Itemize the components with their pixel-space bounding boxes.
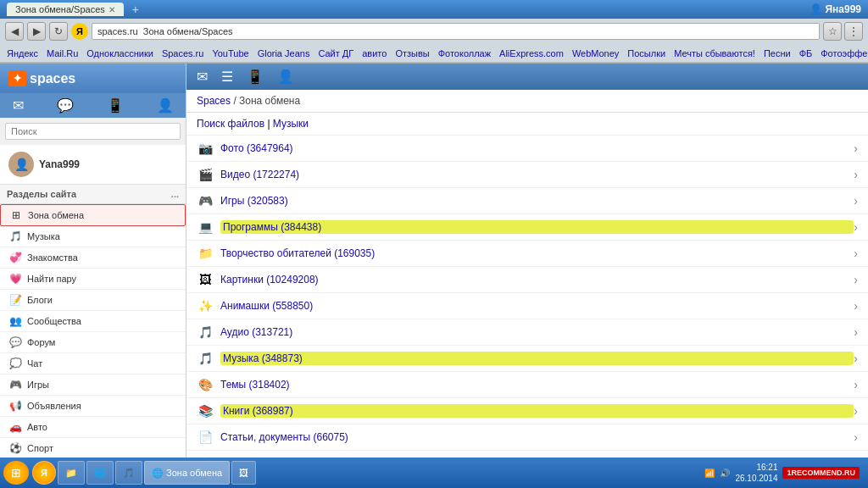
nav-menu-item[interactable]: 📢Объявления	[0, 396, 186, 417]
nav-menu-item[interactable]: 💞Знакомства	[0, 247, 186, 269]
bookmark-mailru[interactable]: Mail.Ru	[47, 48, 78, 58]
bookmark-aliexpresscom[interactable]: AliExpress.com	[499, 48, 564, 58]
cat-arrow-icon: ›	[854, 404, 858, 418]
cat-name: Видео (1722274)	[220, 169, 854, 180]
username-label: Yana999	[39, 158, 80, 170]
breadcrumb-sep: /	[233, 95, 236, 107]
taskbar-winamp[interactable]: 🎵	[115, 461, 142, 485]
nav-item-icon: ⊞	[9, 208, 23, 222]
nav-menu-item[interactable]: 🚗Авто	[0, 417, 186, 438]
category-item[interactable]: 🎬Видео (1722274)›	[186, 162, 868, 188]
refresh-button[interactable]: ↻	[49, 22, 68, 41]
category-item[interactable]: 🎵Музыка (348873)›	[186, 346, 868, 372]
tab-title: Зона обмена/Spaces	[15, 4, 105, 14]
category-item[interactable]: ✨Анимашки (558850)›	[186, 293, 868, 319]
search-input[interactable]	[5, 123, 181, 140]
user-icon[interactable]: 👤	[157, 97, 174, 114]
category-item[interactable]: 🖼Картинки (10249208)›	[186, 267, 868, 293]
nav-item-label: Игры	[27, 380, 49, 390]
taskbar-right: 📶 🔊 16:21 26.10.2014 1RECOMMEND.RU	[699, 462, 865, 484]
bookmark-[interactable]: Сайт ДГ	[318, 48, 353, 58]
nav-item-label: Знакомства	[27, 252, 78, 263]
content-envelope-icon[interactable]: ✉	[197, 69, 208, 85]
nav-menu-item[interactable]: ⚽Спорт	[0, 438, 186, 459]
yandex-button[interactable]: Я	[71, 23, 88, 40]
taskbar-media[interactable]: 🖼	[231, 461, 256, 485]
nav-menu-item[interactable]: 💗Найти пару	[0, 269, 186, 290]
category-item[interactable]: 🎮Игры (320583)›	[186, 188, 868, 214]
active-tab[interactable]: Зона обмена/Spaces ✕	[7, 3, 124, 16]
bookmark-[interactable]: ФБ	[799, 48, 813, 58]
content-list-icon[interactable]: ☰	[221, 69, 233, 85]
file-search-sep: |	[267, 118, 270, 130]
taskbar-browser[interactable]: 🌐 Зона обмена	[144, 461, 230, 485]
category-item[interactable]: 📁Творчество обитателей (169035)›	[186, 241, 868, 267]
category-item[interactable]: 🎵Аудио (313721)›	[186, 319, 868, 346]
cat-name: Аудио (313721)	[220, 326, 854, 338]
cat-name: Картинки (10249208)	[220, 274, 854, 286]
bookmark-[interactable]: Посылки	[627, 48, 665, 58]
bookmark-[interactable]: авито	[362, 48, 387, 58]
nav-menu-item[interactable]: 🎵Музыка	[0, 226, 186, 247]
bookmark-[interactable]: Фотоколлаж	[438, 48, 491, 58]
content-header-icons: ✉ ☰ 📱 👤	[197, 69, 294, 85]
cat-icon: 📷	[197, 140, 214, 157]
category-item[interactable]: 🎨Темы (318402)›	[186, 372, 868, 398]
bookmark-[interactable]: Яндекс	[7, 48, 38, 58]
back-button[interactable]: ◀	[5, 22, 24, 41]
cat-name: Музыка (348873)	[220, 352, 854, 365]
forward-button[interactable]: ▶	[27, 22, 46, 41]
bookmark-[interactable]: Одноклассники	[86, 48, 153, 58]
envelope-icon[interactable]: ✉	[13, 97, 24, 114]
nav-item-label: Объявления	[27, 401, 81, 411]
tab-container: Зона обмена/Spaces ✕ +	[7, 3, 139, 16]
menu-button[interactable]: ⋮	[844, 22, 863, 41]
bookmark-spacesru[interactable]: Spaces.ru	[162, 48, 204, 58]
cat-icon: 📁	[197, 245, 214, 262]
taskbar-folder[interactable]: 📁	[58, 461, 85, 485]
category-item[interactable]: 💻Программы (384438)›	[186, 214, 868, 241]
content-user-icon[interactable]: 👤	[277, 69, 294, 85]
user-display: 👤 Яна999	[810, 3, 861, 15]
start-button[interactable]: ⊞	[3, 461, 29, 485]
new-tab-button[interactable]: +	[132, 3, 139, 16]
taskbar-volume-icon: 🔊	[720, 469, 730, 478]
nav-item-label: Зона обмена	[28, 210, 84, 220]
nav-item-label: Музыка	[27, 231, 60, 241]
nav-menu-item[interactable]: 💬Форум	[0, 332, 186, 353]
bookmark-webmoney[interactable]: WebMoney	[572, 48, 619, 58]
breadcrumb-spaces-link[interactable]: Spaces	[197, 95, 231, 107]
file-search-link[interactable]: Поиск файлов	[197, 118, 264, 130]
music-search-link[interactable]: Музыки	[273, 118, 309, 130]
category-item[interactable]: 📚Книги (368987)›	[186, 398, 868, 424]
cat-arrow-icon: ›	[854, 378, 858, 391]
nav-item-label: Спорт	[27, 443, 53, 453]
bookmark-[interactable]: Песни	[764, 48, 791, 58]
star-button[interactable]: ☆	[823, 22, 842, 41]
mobile-icon[interactable]: 📱	[107, 97, 124, 114]
nav-menu-item[interactable]: 👥Сообщества	[0, 311, 186, 332]
nav-item-icon: 💞	[8, 251, 22, 264]
bookmark-[interactable]: Отзывы	[395, 48, 429, 58]
bookmark-youtube[interactable]: YouTube	[212, 48, 248, 58]
category-item[interactable]: 📷Фото (3647964)›	[186, 136, 868, 162]
tab-close-icon[interactable]: ✕	[108, 5, 115, 14]
taskbar-yandex[interactable]: Я	[32, 461, 56, 485]
address-bar[interactable]	[92, 23, 820, 40]
chat-icon[interactable]: 💬	[57, 97, 74, 114]
nav-item-icon: 👥	[8, 314, 22, 328]
category-item[interactable]: 📄Статьи, документы (66075)›	[186, 424, 868, 451]
bookmark-[interactable]: Фотоэффекты	[821, 48, 868, 58]
taskbar-network[interactable]: 🌐	[86, 461, 114, 485]
content-mobile2-icon[interactable]: 📱	[247, 69, 264, 85]
sections-dots[interactable]: ...	[171, 189, 179, 199]
nav-menu-item[interactable]: ⊞Зона обмена	[0, 204, 186, 226]
nav-menu-item[interactable]: 📝Блоги	[0, 290, 186, 311]
nav-menu-item[interactable]: 💭Чат	[0, 353, 186, 374]
cat-icon: 🎵	[197, 350, 214, 367]
nav-menu-item[interactable]: 🎮Игры	[0, 374, 186, 396]
spaces-logo: ✦ spaces	[8, 70, 75, 86]
clock-time: 16:21	[735, 462, 777, 473]
bookmark-[interactable]: Мечты сбываются!	[674, 48, 755, 58]
bookmark-gloriajeans[interactable]: Gloria Jeans	[258, 48, 310, 58]
